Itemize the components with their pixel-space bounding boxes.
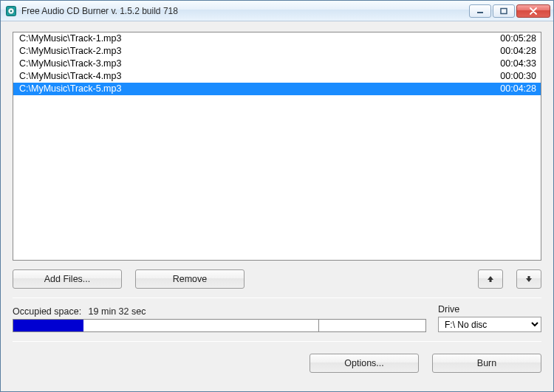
occupied-space-label: Occupied space: 19 min 32 sec — [13, 306, 426, 317]
app-icon — [5, 5, 17, 17]
track-duration: 00:05:28 — [485, 33, 536, 44]
track-duration: 00:04:28 — [485, 46, 536, 57]
track-duration: 00:04:28 — [485, 83, 536, 94]
drive-label: Drive — [438, 304, 541, 314]
track-path: C:\MyMusic\Track-3.mp3 — [19, 58, 485, 69]
maximize-button[interactable] — [493, 4, 515, 18]
window-title: Free Audio CD Burner v. 1.5.2 build 718 — [21, 6, 469, 16]
close-button[interactable] — [516, 4, 550, 18]
arrow-up-icon — [486, 275, 495, 283]
app-window: Free Audio CD Burner v. 1.5.2 build 718 … — [0, 0, 554, 392]
divider — [13, 298, 541, 298]
minimize-button[interactable] — [469, 4, 491, 18]
track-row[interactable]: C:\MyMusic\Track-3.mp300:04:33 — [13, 58, 541, 70]
track-duration: 00:04:33 — [485, 58, 536, 69]
burn-button[interactable]: Burn — [432, 354, 541, 373]
window-controls — [469, 4, 550, 18]
drive-block: Drive F:\ No disc — [438, 304, 541, 332]
add-files-button[interactable]: Add Files... — [13, 269, 122, 289]
track-row[interactable]: C:\MyMusic\Track-2.mp300:04:28 — [13, 45, 541, 58]
move-down-button[interactable] — [516, 269, 541, 289]
svg-rect-3 — [477, 12, 483, 13]
track-row[interactable]: C:\MyMusic\Track-4.mp300:00:30 — [13, 70, 541, 83]
drive-select[interactable]: F:\ No disc — [438, 317, 541, 332]
svg-point-2 — [10, 10, 12, 11]
track-row[interactable]: C:\MyMusic\Track-5.mp300:04:28 — [13, 83, 541, 95]
track-path: C:\MyMusic\Track-2.mp3 — [19, 46, 485, 57]
occupied-space-value: 19 min 32 sec — [89, 306, 146, 317]
list-buttons-row: Add Files... Remove — [13, 269, 541, 289]
capacity-marker — [318, 319, 319, 332]
track-duration: 00:00:30 — [485, 71, 536, 82]
track-path: C:\MyMusic\Track-4.mp3 — [19, 71, 485, 82]
titlebar: Free Audio CD Burner v. 1.5.2 build 718 — [1, 1, 553, 21]
occupied-space-fill — [13, 320, 83, 331]
client-area: C:\MyMusic\Track-1.mp300:05:28C:\MyMusic… — [1, 21, 553, 391]
track-row[interactable]: C:\MyMusic\Track-1.mp300:05:28 — [13, 32, 541, 45]
options-button[interactable]: Options... — [310, 354, 419, 373]
divider — [13, 341, 541, 342]
track-path: C:\MyMusic\Track-5.mp3 — [19, 83, 485, 94]
track-path: C:\MyMusic\Track-1.mp3 — [19, 33, 485, 44]
svg-rect-4 — [501, 8, 507, 13]
bottom-buttons-row: Options... Burn — [13, 354, 541, 373]
space-drive-row: Occupied space: 19 min 32 sec Drive F:\ … — [13, 304, 541, 332]
arrow-down-icon — [524, 275, 533, 283]
occupied-space-caption: Occupied space: — [13, 306, 81, 317]
track-list[interactable]: C:\MyMusic\Track-1.mp300:05:28C:\MyMusic… — [13, 32, 541, 261]
move-up-button[interactable] — [478, 269, 503, 289]
occupied-space-block: Occupied space: 19 min 32 sec — [13, 306, 426, 332]
occupied-space-bar — [13, 319, 426, 332]
remove-button[interactable]: Remove — [135, 269, 244, 289]
